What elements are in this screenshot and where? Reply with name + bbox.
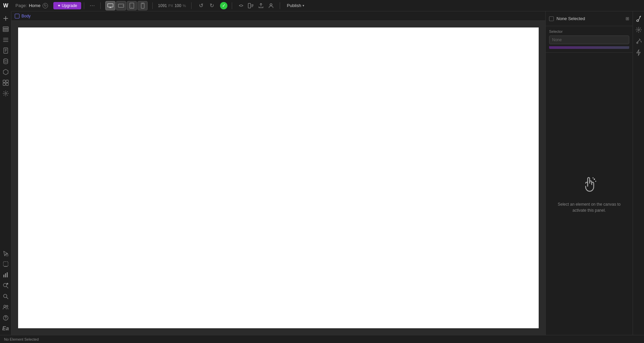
- undo-button[interactable]: ↺: [196, 1, 206, 10]
- panel-empty-state: Select an element on the canvas to activ…: [546, 53, 633, 335]
- more-options-icon[interactable]: ⋯: [87, 2, 98, 9]
- device-desktop-button[interactable]: [105, 1, 115, 10]
- select-tool-button[interactable]: [1, 249, 11, 259]
- svg-rect-26: [3, 83, 5, 85]
- publish-label: Publish: [287, 3, 301, 8]
- history-controls: ↺ ↻: [196, 1, 216, 10]
- width-unit: PX: [168, 4, 173, 8]
- save-status: ✓: [219, 1, 228, 10]
- canvas-area: Body: [11, 11, 545, 335]
- divider-2: [100, 2, 101, 9]
- svg-point-40: [6, 305, 8, 307]
- topbar: W Page: Home ↻ ✦ Upgrade ⋯ 1091 PX 100 %…: [0, 0, 644, 11]
- lightning-button[interactable]: [634, 48, 644, 58]
- device-mobile-button[interactable]: [138, 1, 148, 10]
- upgrade-button[interactable]: ✦ Upgrade: [53, 2, 81, 9]
- logo[interactable]: W: [0, 0, 11, 11]
- svg-rect-24: [3, 80, 5, 82]
- divider-4: [191, 2, 192, 9]
- divider-1: [84, 2, 84, 9]
- search-settings-button[interactable]: [1, 281, 11, 291]
- breadcrumb-box-icon: [15, 14, 19, 18]
- selector-input[interactable]: None: [549, 36, 629, 44]
- main-area: Ea Body None Selected ⊞ Selector None: [0, 11, 644, 335]
- svg-point-42: [5, 319, 6, 320]
- svg-point-46: [638, 29, 639, 31]
- status-text: No Element Selected: [4, 337, 39, 341]
- svg-point-4: [123, 5, 123, 6]
- device-buttons: [105, 1, 148, 10]
- canvas-frame[interactable]: [18, 27, 539, 328]
- chart-tool-button[interactable]: [1, 270, 11, 280]
- svg-point-36: [6, 283, 8, 285]
- sidebar-components-button[interactable]: [1, 78, 11, 88]
- svg-point-23: [4, 59, 8, 61]
- svg-rect-25: [6, 80, 8, 82]
- sidebar-settings-button[interactable]: [1, 88, 11, 98]
- device-tablet-portrait-button[interactable]: [127, 1, 137, 10]
- panel-hint-text: Select an element on the canvas to activ…: [552, 201, 626, 213]
- svg-rect-13: [3, 27, 8, 28]
- saved-check-icon: ✓: [220, 2, 227, 9]
- svg-rect-30: [3, 262, 8, 266]
- zoom-value: 100: [174, 3, 181, 8]
- svg-point-45: [592, 177, 593, 178]
- lasso-tool-button[interactable]: [1, 259, 11, 269]
- help-button[interactable]: [1, 313, 11, 323]
- sidebar-assets-button[interactable]: [1, 67, 11, 77]
- svg-rect-29: [6, 254, 8, 256]
- canvas-breadcrumb: Body: [11, 11, 545, 21]
- svg-rect-15: [3, 30, 8, 31]
- svg-rect-0: [108, 4, 113, 7]
- sidebar-menu-button[interactable]: [1, 35, 11, 45]
- settings-gear-button[interactable]: [634, 25, 644, 35]
- breakpoints-button[interactable]: [246, 1, 256, 10]
- svg-rect-32: [5, 273, 6, 277]
- export-button[interactable]: [256, 1, 266, 10]
- svg-point-10: [270, 4, 272, 6]
- device-tablet-landscape-button[interactable]: [116, 1, 126, 10]
- account-button[interactable]: [266, 1, 276, 10]
- divider-6: [280, 2, 280, 9]
- sidebar-pages-button[interactable]: [1, 46, 11, 56]
- svg-line-35: [6, 286, 8, 288]
- statusbar: No Element Selected: [0, 335, 644, 343]
- svg-rect-31: [3, 275, 4, 277]
- svg-point-44: [595, 181, 596, 182]
- breadcrumb-label[interactable]: Body: [21, 14, 31, 18]
- svg-rect-14: [3, 28, 8, 30]
- sidebar-database-button[interactable]: [1, 56, 11, 66]
- page-name[interactable]: Home: [29, 3, 41, 8]
- publish-button[interactable]: Publish ▾: [283, 3, 308, 8]
- search-button[interactable]: [1, 291, 11, 301]
- svg-rect-33: [7, 272, 8, 277]
- page-refresh-icon[interactable]: ↻: [43, 3, 48, 8]
- svg-rect-9: [248, 3, 251, 8]
- right-toolbar: [633, 11, 644, 335]
- sidebar-add-button[interactable]: [1, 13, 11, 23]
- redo-button[interactable]: ↻: [207, 1, 216, 10]
- right-panel: None Selected ⊞ Selector None: [545, 11, 633, 335]
- svg-rect-27: [6, 83, 8, 85]
- divider-3: [152, 2, 153, 9]
- selector-section: Selector None: [546, 26, 633, 53]
- left-sidebar: Ea: [0, 11, 11, 335]
- selector-label: Selector: [549, 29, 629, 33]
- code-view-button[interactable]: <>: [236, 1, 246, 10]
- width-value: 1091: [158, 3, 167, 8]
- style-brush-button[interactable]: [634, 13, 644, 23]
- svg-point-39: [4, 305, 6, 307]
- canvas-dimensions: 1091 PX 100 %: [158, 3, 186, 8]
- users-button[interactable]: [1, 302, 11, 312]
- sidebar-layers-button[interactable]: [1, 24, 11, 34]
- none-selected-label: None Selected: [556, 16, 623, 21]
- panel-filter-icon[interactable]: ⊞: [626, 16, 629, 21]
- page-label: Page:: [15, 3, 27, 8]
- page-breadcrumb: Page: Home ↻: [11, 3, 52, 8]
- element-checkbox[interactable]: [549, 16, 554, 21]
- svg-point-28: [5, 93, 6, 94]
- publish-arrow-icon: ▾: [303, 4, 304, 7]
- svg-point-34: [3, 283, 7, 287]
- svg-rect-19: [4, 48, 8, 53]
- paint-bucket-button[interactable]: [634, 36, 644, 46]
